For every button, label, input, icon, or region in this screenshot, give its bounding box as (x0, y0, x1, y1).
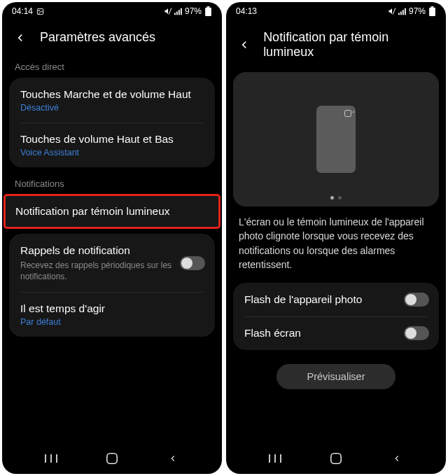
row-title: Touches Marche et de volume Haut (20, 88, 204, 102)
battery-icon (204, 7, 212, 15)
toggle-notification-reminders[interactable] (180, 256, 205, 270)
app-header: Paramètres avancés (2, 20, 222, 57)
card-notif-extra: Rappels de notification Recevez des rapp… (9, 234, 215, 337)
svg-rect-12 (107, 454, 117, 463)
row-title: Flash écran (244, 326, 398, 340)
back-button[interactable] (237, 38, 251, 52)
svg-rect-3 (174, 13, 176, 15)
row-subtitle: Désactivé (20, 103, 204, 113)
card-flash-notification: Notification par témoin lumineux (4, 195, 220, 228)
mute-icon (388, 7, 396, 15)
nav-back[interactable] (390, 451, 404, 465)
back-button[interactable] (13, 31, 27, 45)
dot-active (330, 196, 334, 200)
page-title: Notification par témoin lumineux (263, 30, 435, 59)
battery-icon (428, 7, 436, 15)
toggle-screen-flash[interactable] (404, 326, 429, 340)
row-title: Rappels de notification (20, 244, 174, 258)
row-title: Touches de volume Haut et Bas (20, 132, 204, 146)
row-subtitle: Voice Assistant (20, 148, 204, 158)
svg-rect-18 (430, 6, 433, 8)
svg-rect-19 (429, 8, 435, 16)
signal-icon (174, 7, 183, 15)
svg-rect-8 (205, 8, 211, 16)
svg-rect-4 (176, 11, 178, 15)
row-subtitle: Recevez des rappels périodiques sur les … (20, 260, 174, 282)
status-battery: 97% (185, 6, 202, 16)
mute-icon (164, 7, 172, 15)
svg-rect-5 (178, 10, 180, 15)
toggle-camera-flash[interactable] (404, 293, 429, 307)
image-icon (36, 7, 44, 15)
nav-home[interactable] (329, 451, 343, 465)
preview-button[interactable]: Prévisualiser (276, 364, 396, 389)
svg-rect-7 (206, 6, 209, 8)
svg-rect-17 (405, 8, 406, 15)
svg-rect-15 (400, 11, 402, 15)
nav-home[interactable] (105, 451, 119, 465)
preview-illustration[interactable] (233, 72, 439, 206)
status-battery: 97% (409, 6, 426, 16)
page-indicator (330, 196, 342, 200)
nav-recents[interactable] (44, 451, 58, 465)
nav-back[interactable] (166, 451, 180, 465)
svg-rect-6 (181, 8, 182, 15)
nav-bar (2, 443, 222, 474)
row-screen-flash[interactable]: Flash écran (233, 316, 439, 350)
svg-line-2 (169, 8, 172, 15)
description-text: L'écran ou le témoin lumineux de l'appar… (226, 215, 446, 283)
svg-rect-14 (398, 13, 400, 15)
row-camera-flash[interactable]: Flash de l'appareil photo (233, 283, 439, 316)
row-title: Il est temps d'agir (20, 302, 204, 316)
row-time-to-act[interactable]: Il est temps d'agir Par défaut (9, 292, 215, 337)
row-flash-notification[interactable]: Notification par témoin lumineux (4, 195, 220, 228)
row-title: Notification par témoin lumineux (15, 204, 209, 218)
signal-icon (398, 7, 407, 15)
status-bar: 04:13 97% (226, 2, 446, 20)
status-time: 04:14 (12, 6, 33, 16)
nav-bar (226, 443, 446, 474)
row-subtitle: Par défaut (20, 317, 204, 327)
section-label-notifications: Notifications (2, 174, 222, 195)
app-header: Notification par témoin lumineux (226, 20, 446, 72)
card-direct-access: Touches Marche et de volume Haut Désacti… (9, 78, 215, 167)
screen-advanced-settings: 04:14 97% Paramètres avancés Accès direc… (2, 2, 222, 474)
phone-mock-icon (316, 106, 356, 173)
row-vol-up-down[interactable]: Touches de volume Haut et Bas Voice Assi… (9, 122, 215, 167)
card-flash-options: Flash de l'appareil photo Flash écran (233, 283, 439, 350)
svg-rect-16 (402, 10, 404, 15)
dot (338, 196, 342, 200)
section-label-direct: Accès direct (2, 57, 222, 78)
svg-line-13 (393, 8, 396, 15)
status-bar: 04:14 97% (2, 2, 222, 20)
row-notification-reminders[interactable]: Rappels de notification Recevez des rapp… (9, 234, 215, 292)
svg-rect-23 (331, 454, 341, 463)
row-power-vol-up[interactable]: Touches Marche et de volume Haut Désacti… (9, 78, 215, 122)
page-title: Paramètres avancés (40, 30, 155, 45)
status-time: 04:13 (236, 6, 257, 16)
svg-point-1 (38, 10, 39, 10)
nav-recents[interactable] (268, 451, 282, 465)
row-title: Flash de l'appareil photo (244, 293, 398, 307)
screen-flash-notification: 04:13 97% Notification par témoin lumine… (226, 2, 446, 474)
